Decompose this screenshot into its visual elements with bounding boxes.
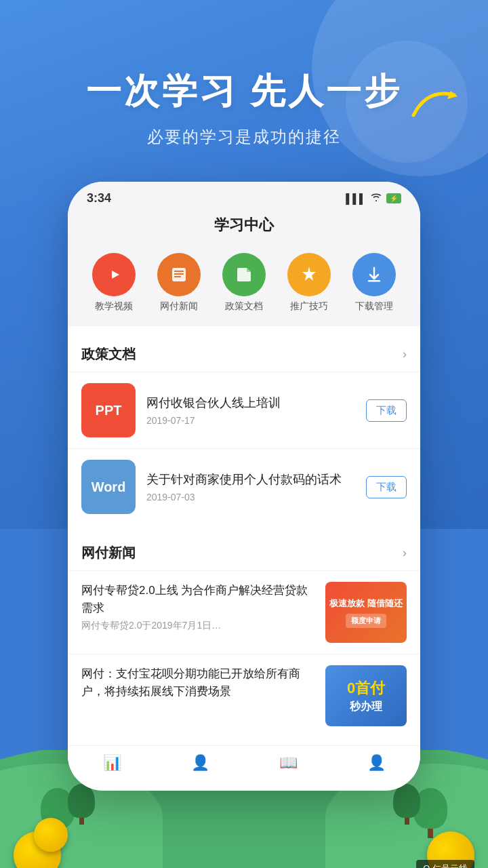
svg-rect-5	[174, 273, 184, 275]
wifi-icon	[370, 193, 382, 204]
status-bar: 3:34 ▌▌▌ ⚡	[68, 182, 420, 210]
phone-mockup: 3:34 ▌▌▌ ⚡ 学习中心 教学视频 网付新闻	[68, 182, 420, 791]
hero-section: 一次学习 先人一步 必要的学习是成功的捷径	[0, 0, 488, 148]
ppt-title: 网付收银合伙人线上培训	[146, 395, 355, 412]
news-item-2[interactable]: 网付：支付宝花呗分期功能已开放给所有商户，将持续拓展线下消费场景 0首付 秒办理	[68, 654, 420, 737]
news-img-1: 极速放款 随借随还 额度申请	[325, 582, 407, 643]
news-title-1: 网付专帮贷2.0上线 为合作商户解决经营贷款需求	[81, 582, 316, 616]
doc-item-word[interactable]: Word 关于针对商家使用个人付款码的话术 2019-07-03 下载	[68, 448, 420, 525]
hero-subtitle: 必要的学习是成功的捷径	[0, 126, 488, 148]
news-section-title: 网付新闻	[81, 544, 136, 562]
download-icon	[352, 253, 396, 296]
promo-label: 推广技巧	[290, 300, 328, 313]
nav-item-user[interactable]: 👤	[367, 754, 386, 772]
policy-icon	[222, 253, 266, 296]
arrow-decoration	[407, 81, 461, 122]
icon-item-promo[interactable]: 推广技巧	[287, 253, 331, 313]
app-title: 学习中心	[68, 215, 420, 235]
policy-label: 政策文档	[225, 300, 263, 313]
news-section: 网付新闻 › 网付专帮贷2.0上线 为合作商户解决经营贷款需求 网付专帮贷2.0…	[68, 533, 420, 737]
icon-item-video[interactable]: 教学视频	[92, 253, 136, 313]
news-icon	[157, 253, 201, 296]
word-icon: Word	[81, 460, 136, 514]
doc-info-ppt: 网付收银合伙人线上培训 2019-07-17	[146, 395, 355, 425]
word-download-button[interactable]: 下载	[366, 476, 407, 498]
policy-section-header[interactable]: 政策文档 ›	[68, 334, 420, 372]
promo-icon	[287, 253, 331, 296]
policy-section-arrow: ›	[403, 347, 407, 361]
icon-item-policy[interactable]: 政策文档	[222, 253, 266, 313]
news-text-1: 网付专帮贷2.0上线 为合作商户解决经营贷款需求 网付专帮贷2.0于2019年7…	[81, 582, 316, 633]
battery-icon: ⚡	[386, 193, 401, 203]
ppt-download-button[interactable]: 下载	[366, 399, 407, 422]
word-title: 关于针对商家使用个人付款码的话术	[146, 471, 355, 488]
news-label: 网付新闻	[160, 300, 198, 313]
icon-grid: 教学视频 网付新闻 政策文档 推广技巧 下载管理	[68, 246, 420, 326]
icon-item-download[interactable]: 下载管理	[352, 253, 396, 313]
user-nav-icon: 👤	[367, 754, 386, 772]
news-section-header[interactable]: 网付新闻 ›	[68, 533, 420, 570]
status-icons: ▌▌▌ ⚡	[346, 193, 401, 204]
word-date: 2019-07-03	[146, 492, 355, 502]
profile-nav-icon: 👤	[191, 754, 209, 772]
coin-left-2	[34, 818, 68, 852]
policy-section-title: 政策文档	[81, 345, 136, 363]
doc-info-word: 关于针对商家使用个人付款码的话术 2019-07-03	[146, 471, 355, 502]
status-time: 3:34	[87, 191, 111, 205]
icon-item-news[interactable]: 网付新闻	[157, 253, 201, 313]
news-title-2: 网付：支付宝花呗分期功能已开放给所有商户，将持续拓展线下消费场景	[81, 665, 316, 700]
news-section-arrow: ›	[403, 546, 407, 560]
news-img-2: 0首付 秒办理	[325, 665, 407, 726]
video-icon	[92, 253, 136, 296]
nav-item-stats[interactable]: 📊	[103, 754, 121, 772]
nav-item-profile[interactable]: 👤	[191, 754, 209, 772]
news-text-2: 网付：支付宝花呗分期功能已开放给所有商户，将持续拓展线下消费场景	[81, 665, 316, 700]
watermark: Q 仁号云线	[416, 860, 474, 868]
svg-rect-7	[368, 280, 380, 282]
ppt-icon: PPT	[81, 383, 136, 437]
svg-rect-6	[174, 276, 181, 277]
bottom-nav: 📊 👤 📖 👤	[68, 745, 420, 777]
doc-item-ppt[interactable]: PPT 网付收银合伙人线上培训 2019-07-17 下载	[68, 372, 420, 448]
learn-nav-icon: 📖	[279, 754, 298, 772]
policy-section: 政策文档 › PPT 网付收银合伙人线上培训 2019-07-17 下载 Wor…	[68, 334, 420, 525]
app-header: 学习中心	[68, 210, 420, 246]
signal-icon: ▌▌▌	[346, 193, 366, 204]
news-desc-1: 网付专帮贷2.0于2019年7月1日…	[81, 619, 316, 633]
video-label: 教学视频	[95, 300, 133, 313]
stats-nav-icon: 📊	[103, 754, 121, 772]
svg-rect-4	[174, 271, 184, 272]
news-item-1[interactable]: 网付专帮贷2.0上线 为合作商户解决经营贷款需求 网付专帮贷2.0于2019年7…	[68, 570, 420, 654]
ppt-date: 2019-07-17	[146, 415, 355, 426]
download-mgmt-label: 下载管理	[355, 300, 393, 313]
nav-item-learn[interactable]: 📖	[279, 754, 298, 772]
